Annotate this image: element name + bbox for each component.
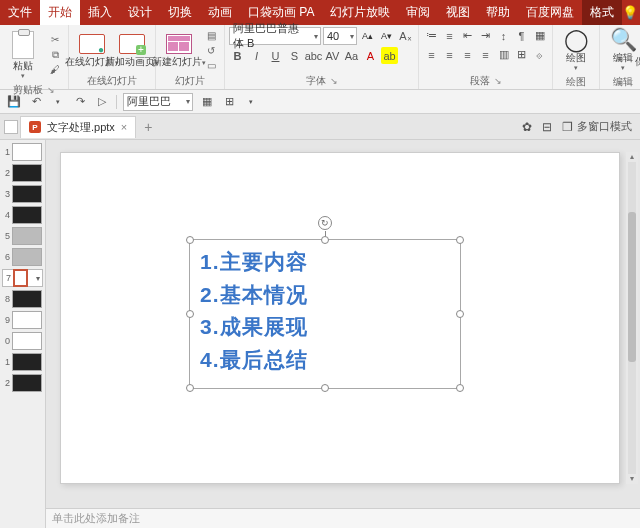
slide-thumbnail[interactable]: 1 <box>2 353 43 371</box>
thumb-preview <box>12 353 42 371</box>
slide-thumbnail[interactable]: 6 <box>2 248 43 266</box>
dialog-launcher-icon[interactable]: ↘ <box>494 76 502 86</box>
resize-handle-se[interactable] <box>456 384 464 392</box>
resize-handle-n[interactable] <box>321 236 329 244</box>
tab-insert[interactable]: 插入 <box>80 0 120 25</box>
tab-home[interactable]: 开始 <box>40 0 80 25</box>
increase-indent-button[interactable]: ⇥ <box>477 27 494 44</box>
chevron-down-icon: ▾ <box>21 72 25 80</box>
close-tab-button[interactable]: × <box>121 121 127 133</box>
qat-more-icon[interactable]: ▾ <box>243 94 259 110</box>
scroll-down-icon[interactable]: ▾ <box>626 474 638 484</box>
slide-canvas[interactable]: ↻ 1.主要内容 2.基本情况 3.成果展现 4.最后总结 <box>60 152 620 484</box>
align-right-button[interactable]: ≡ <box>459 46 476 63</box>
slide-thumbnails[interactable]: 123456789012 <box>0 140 46 528</box>
slide-thumbnail[interactable]: 7 <box>2 269 43 287</box>
smartart-button[interactable]: ⟐ <box>531 46 548 63</box>
scroll-thumb[interactable] <box>628 212 636 362</box>
tab-review[interactable]: 审阅 <box>398 0 438 25</box>
layout-button[interactable]: ▤ <box>202 28 220 42</box>
slide-thumbnail[interactable]: 4 <box>2 206 43 224</box>
slide-thumbnail[interactable]: 3 <box>2 185 43 203</box>
resize-handle-ne[interactable] <box>456 236 464 244</box>
slide-thumbnail[interactable]: 0 <box>2 332 43 350</box>
shrink-font-button[interactable]: A▾ <box>378 28 395 45</box>
line-spacing-button[interactable]: ↕ <box>495 27 512 44</box>
columns-button[interactable]: ▥ <box>495 46 512 63</box>
qat-font-select[interactable]: 阿里巴巴 <box>123 93 193 111</box>
change-case-button[interactable]: Aa <box>343 47 360 64</box>
tab-home-icon[interactable] <box>4 120 18 134</box>
vertical-scrollbar[interactable]: ▴ ▾ <box>626 152 638 484</box>
resize-handle-w[interactable] <box>186 310 194 318</box>
highlight-button[interactable]: ab <box>381 47 398 64</box>
tab-transition[interactable]: 切换 <box>160 0 200 25</box>
new-tab-button[interactable]: + <box>138 119 158 135</box>
grow-font-button[interactable]: A▴ <box>359 28 376 45</box>
tab-view[interactable]: 视图 <box>438 0 478 25</box>
align-text-button[interactable]: ▦ <box>531 27 548 44</box>
resize-handle-e[interactable] <box>456 310 464 318</box>
convert-smartart-button[interactable]: ⊞ <box>513 46 530 63</box>
scroll-up-icon[interactable]: ▴ <box>626 152 638 162</box>
win-opt-2[interactable]: ⊟ <box>538 120 556 134</box>
win-opt-1[interactable]: ✿ <box>518 120 536 134</box>
save-button[interactable]: 💾 <box>6 94 22 110</box>
tab-baidu-disk[interactable]: 百度网盘 <box>518 0 582 25</box>
rotate-handle[interactable]: ↻ <box>318 216 332 230</box>
align-justify-button[interactable]: ≡ <box>477 46 494 63</box>
thumb-number: 6 <box>2 252 10 262</box>
undo-drop-icon[interactable]: ▾ <box>50 94 66 110</box>
tab-file[interactable]: 文件 <box>0 0 40 25</box>
multi-window-mode[interactable]: ❐多窗口模式 <box>558 119 636 134</box>
dialog-launcher-icon[interactable]: ↘ <box>330 76 338 86</box>
bullets-button[interactable]: ≔ <box>423 27 440 44</box>
paste-button[interactable]: 粘贴 ▾ <box>4 27 42 82</box>
shadow-button[interactable]: abc <box>305 47 322 64</box>
textbox-content[interactable]: 1.主要内容 2.基本情况 3.成果展现 4.最后总结 <box>190 240 460 382</box>
slide-canvas-area[interactable]: ↻ 1.主要内容 2.基本情况 3.成果展现 4.最后总结 <box>46 140 640 508</box>
tab-format[interactable]: 格式 <box>582 0 622 25</box>
slide-thumbnail[interactable]: 5 <box>2 227 43 245</box>
section-button[interactable]: ▭ <box>202 58 220 72</box>
tab-help[interactable]: 帮助 <box>478 0 518 25</box>
notes-pane[interactable]: 单击此处添加备注 <box>46 508 640 528</box>
copy-button[interactable]: ⧉ <box>46 48 64 62</box>
clear-format-button[interactable]: Aₓ <box>397 28 414 45</box>
redo-button[interactable]: ↷ <box>72 94 88 110</box>
shapes-icon: ◯ <box>563 29 589 51</box>
slide-thumbnail[interactable]: 2 <box>2 164 43 182</box>
new-anim-page-button[interactable]: 新加动画页▾ <box>113 31 151 70</box>
new-slide-button[interactable]: 新建幻灯片▾ <box>160 31 198 70</box>
grid-button[interactable]: ▦ <box>199 94 215 110</box>
font-family-select[interactable]: 阿里巴巴普惠体 B <box>229 27 321 45</box>
start-slideshow-button[interactable]: ▷ <box>94 94 110 110</box>
slide-thumbnail[interactable]: 9 <box>2 311 43 329</box>
font-color-button[interactable]: A <box>362 47 379 64</box>
resize-handle-s[interactable] <box>321 384 329 392</box>
format-painter-button[interactable]: 🖌 <box>46 63 64 77</box>
align-center-button[interactable]: ≡ <box>441 46 458 63</box>
textbox-selected[interactable]: ↻ 1.主要内容 2.基本情况 3.成果展现 4.最后总结 <box>189 239 461 389</box>
doc-tab-active[interactable]: P 文字处理.pptx × <box>20 116 136 138</box>
workspace: 123456789012 ↻ 1.主要内容 2.基本情况 3. <box>0 140 640 528</box>
undo-button[interactable]: ↶ <box>28 94 44 110</box>
slide-thumbnail[interactable]: 8 <box>2 290 43 308</box>
resize-handle-nw[interactable] <box>186 236 194 244</box>
align-left-button[interactable]: ≡ <box>423 46 440 63</box>
tab-slideshow[interactable]: 幻灯片放映 <box>322 0 398 25</box>
slide-thumbnail[interactable]: 1 <box>2 143 43 161</box>
cut-button[interactable]: ✂ <box>46 33 64 47</box>
decrease-indent-button[interactable]: ⇤ <box>459 27 476 44</box>
tab-design[interactable]: 设计 <box>120 0 160 25</box>
numbering-button[interactable]: ≡ <box>441 27 458 44</box>
text-direction-button[interactable]: ¶ <box>513 27 530 44</box>
ruler-button[interactable]: ⊞ <box>221 94 237 110</box>
char-spacing-button[interactable]: AV <box>324 47 341 64</box>
draw-button[interactable]: ◯绘图▾ <box>557 27 595 74</box>
reset-button[interactable]: ↺ <box>202 43 220 57</box>
resize-handle-sw[interactable] <box>186 384 194 392</box>
slide-thumbnail[interactable]: 2 <box>2 374 43 392</box>
font-size-select[interactable]: 40 <box>323 27 357 45</box>
find-icon: 🔍 <box>610 29 636 51</box>
